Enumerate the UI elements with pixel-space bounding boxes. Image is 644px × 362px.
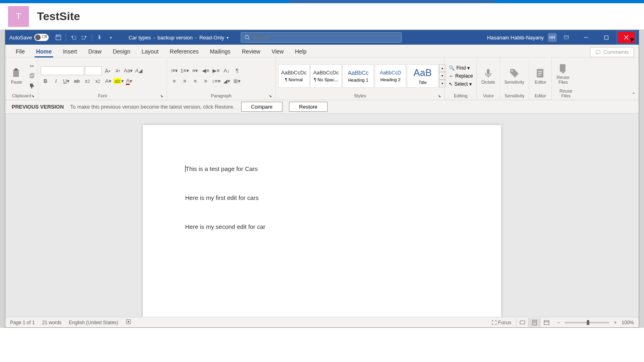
paste-button[interactable]: Paste <box>8 67 25 85</box>
tab-review[interactable]: Review <box>236 46 266 57</box>
grow-font-icon[interactable]: A▴ <box>103 66 112 75</box>
justify-icon[interactable]: ≡ <box>201 77 211 86</box>
sensitivity-button[interactable]: Sensitivity <box>503 67 526 85</box>
font-size-combo[interactable] <box>85 66 102 75</box>
italic-icon[interactable]: I <box>51 77 61 86</box>
ribbon-display-icon[interactable] <box>561 32 572 43</box>
save-icon[interactable] <box>53 32 64 43</box>
tab-file[interactable]: File <box>10 46 31 57</box>
toggle-off-icon[interactable]: Off <box>34 34 49 41</box>
align-center-icon[interactable]: ≡ <box>180 77 190 86</box>
redo-icon[interactable] <box>79 32 90 43</box>
launcher-icon[interactable]: ⬊ <box>160 94 163 98</box>
copy-icon[interactable] <box>27 72 37 80</box>
zoom-out-button[interactable]: − <box>557 320 560 325</box>
focus-button[interactable]: Focus <box>492 320 511 325</box>
user-name[interactable]: Hasanain Habib-Nayany <box>487 35 544 41</box>
increase-indent-icon[interactable]: ▶≡ <box>211 66 221 75</box>
comments-button[interactable]: Comments <box>590 47 634 57</box>
superscript-icon[interactable]: x2 <box>93 77 103 86</box>
highlight-icon[interactable]: ab▾ <box>114 77 124 86</box>
reuse-files-button[interactable]: Reuse Files <box>554 62 572 85</box>
font-name-combo[interactable] <box>41 66 84 75</box>
replace-button[interactable]: ↔Replace <box>447 72 475 80</box>
minimize-button[interactable] <box>576 30 596 45</box>
maximize-button[interactable] <box>596 30 616 45</box>
print-layout-icon[interactable] <box>528 318 540 327</box>
launcher-icon[interactable]: ⬊ <box>438 94 441 98</box>
bullets-icon[interactable]: ⁝≡▾ <box>169 66 179 75</box>
read-mode-icon[interactable] <box>516 318 528 327</box>
search-box[interactable] <box>241 32 402 43</box>
underline-icon[interactable]: U▾ <box>62 77 71 86</box>
style-nospacing[interactable]: AaBbCcDc¶ No Spac... <box>310 64 342 88</box>
zoom-in-button[interactable]: + <box>614 320 617 325</box>
doc-paragraph[interactable]: This is a test page for Cars <box>185 165 459 172</box>
cut-icon[interactable]: ✂ <box>27 62 37 71</box>
collapse-ribbon-icon[interactable]: ⌃ <box>632 92 636 97</box>
tab-layout[interactable]: Layout <box>136 46 164 57</box>
tab-design[interactable]: Design <box>107 46 136 57</box>
bold-icon[interactable]: B <box>41 77 50 86</box>
launcher-icon[interactable]: ⬊ <box>31 94 35 98</box>
document-page[interactable]: This is a test page for Cars Here is my … <box>143 125 501 317</box>
page-indicator[interactable]: Page 1 of 1 <box>10 320 35 325</box>
subscript-icon[interactable]: x2 <box>83 77 92 86</box>
launcher-icon[interactable]: ⬊ <box>269 94 272 98</box>
zoom-level[interactable]: 100% <box>621 320 634 325</box>
site-name[interactable]: TestSite <box>37 10 80 23</box>
align-left-icon[interactable]: ≡ <box>169 77 179 86</box>
accessibility-icon[interactable] <box>94 32 105 43</box>
language-indicator[interactable]: English (United States) <box>69 320 118 325</box>
document-area[interactable]: This is a test page for Cars Here is my … <box>5 114 639 317</box>
user-avatar[interactable]: HH <box>548 33 557 42</box>
style-heading2[interactable]: AaBbCcDHeading 2 <box>375 64 406 88</box>
autosave-toggle[interactable]: AutoSave Off <box>5 34 53 41</box>
editor-button[interactable]: Editor <box>532 67 549 85</box>
macro-icon[interactable] <box>126 319 131 326</box>
decrease-indent-icon[interactable]: ◀≡ <box>201 66 211 75</box>
find-button[interactable]: 🔍Find ▾ <box>447 64 475 72</box>
shrink-font-icon[interactable]: A▾ <box>113 66 123 75</box>
show-marks-icon[interactable]: ¶ <box>232 66 242 75</box>
style-normal[interactable]: AaBbCcDc¶ Normal <box>278 64 310 88</box>
tab-references[interactable]: References <box>164 46 204 57</box>
line-spacing-icon[interactable]: ↕≡▾ <box>211 77 221 86</box>
borders-icon[interactable]: ⊞▾ <box>232 77 242 86</box>
tab-home[interactable]: Home <box>31 46 58 57</box>
doc-paragraph[interactable]: Here is my first edit for cars <box>185 194 459 201</box>
tab-draw[interactable]: Draw <box>83 46 107 57</box>
format-painter-icon[interactable] <box>27 81 37 90</box>
change-case-icon[interactable]: Aa▾ <box>124 66 133 75</box>
tab-view[interactable]: View <box>266 46 289 57</box>
doc-paragraph[interactable]: Here is my second edit for car <box>185 223 459 230</box>
compare-button[interactable]: Compare <box>241 102 283 112</box>
web-layout-icon[interactable] <box>540 318 552 327</box>
clear-format-icon[interactable]: A◢ <box>134 66 144 75</box>
align-right-icon[interactable]: ≡ <box>190 77 200 86</box>
tab-help[interactable]: Help <box>289 46 312 57</box>
close-button[interactable]: ➤ <box>616 30 636 45</box>
zoom-slider[interactable] <box>565 322 609 323</box>
font-color-icon[interactable]: A▾ <box>124 77 134 86</box>
chevron-down-icon[interactable]: ▾ <box>227 35 229 40</box>
strike-icon[interactable]: ab <box>72 77 82 86</box>
tab-mailings[interactable]: Mailings <box>204 46 236 57</box>
search-icon <box>244 35 250 40</box>
site-icon[interactable]: T <box>8 6 29 27</box>
style-title[interactable]: AaBTitle <box>407 64 438 88</box>
dictate-button[interactable]: Dictate <box>479 67 497 85</box>
sort-icon[interactable]: A↓ <box>222 66 231 75</box>
shading-icon[interactable]: ◢▾ <box>222 77 231 86</box>
text-effects-icon[interactable]: A▾ <box>103 77 113 86</box>
multilevel-icon[interactable]: ≡▾ <box>190 66 200 75</box>
select-button[interactable]: ↖Select ▾ <box>447 80 475 88</box>
restore-button[interactable]: Restore <box>289 102 328 112</box>
tab-insert[interactable]: Insert <box>57 46 83 57</box>
search-input[interactable] <box>253 35 398 41</box>
style-heading1[interactable]: AaBbCcHeading 1 <box>343 64 374 88</box>
word-count[interactable]: 21 words <box>42 320 62 325</box>
undo-icon[interactable] <box>68 32 79 43</box>
numbering-icon[interactable]: 1≡▾ <box>180 66 190 75</box>
qat-dropdown-icon[interactable]: ▾ <box>105 32 116 43</box>
